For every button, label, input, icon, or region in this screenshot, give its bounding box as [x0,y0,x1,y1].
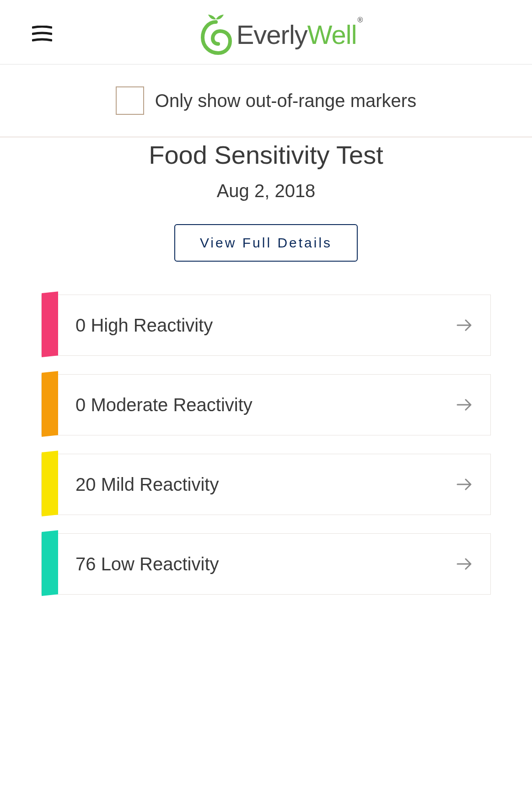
reactivity-card-moderate[interactable]: 0 Moderate Reactivity [41,374,491,435]
test-summary: Food Sensitivity Test Aug 2, 2018 View F… [0,137,532,295]
app-header: EverlyWell® [0,0,532,64]
chevron-right-icon [456,534,490,594]
severity-stripe [42,291,58,357]
chevron-right-icon [456,454,490,515]
reactivity-label: 0 High Reactivity [58,295,456,355]
filter-label: Only show out-of-range markers [155,91,416,111]
out-of-range-checkbox[interactable] [116,86,144,115]
reactivity-card-low[interactable]: 76 Low Reactivity [41,533,491,595]
reactivity-list: 0 High Reactivity 0 Moderate Reactivity … [0,295,532,622]
reactivity-label: 76 Low Reactivity [58,534,456,594]
reactivity-label: 20 Mild Reactivity [58,454,456,515]
reactivity-label: 0 Moderate Reactivity [58,375,456,435]
view-full-details-button[interactable]: View Full Details [174,224,358,262]
menu-button[interactable] [27,21,57,48]
severity-stripe [42,371,58,437]
reactivity-card-high[interactable]: 0 High Reactivity [41,295,491,356]
logo-spiral-icon [200,14,232,55]
severity-stripe [42,530,58,596]
test-title: Food Sensitivity Test [0,140,532,170]
hamburger-icon [32,26,52,42]
reactivity-card-mild[interactable]: 20 Mild Reactivity [41,454,491,515]
brand-logo: EverlyWell® [57,14,505,55]
brand-name: EverlyWell® [236,19,362,50]
filter-row: Only show out-of-range markers [0,64,532,137]
severity-stripe [42,451,58,516]
chevron-right-icon [456,295,490,355]
test-date: Aug 2, 2018 [0,181,532,201]
chevron-right-icon [456,375,490,435]
